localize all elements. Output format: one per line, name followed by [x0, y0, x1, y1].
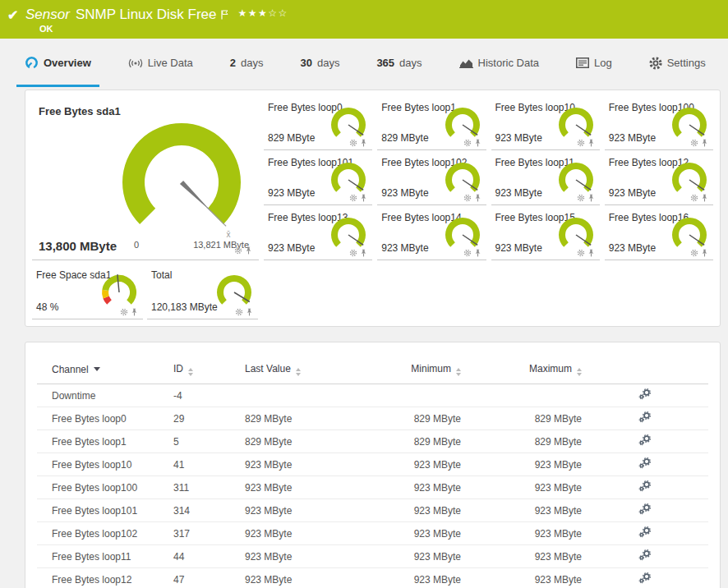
tab-settings[interactable]: Settings: [641, 39, 714, 87]
pin-icon[interactable]: [245, 246, 252, 255]
channel-name[interactable]: Free Bytes loop0: [37, 407, 173, 430]
gauge-tile[interactable]: Free Bytes loop13923 MByte: [264, 207, 372, 260]
edit-channel-icon[interactable]: [638, 503, 652, 515]
maximum-value: 923 MByte: [461, 545, 582, 568]
gauge-tile[interactable]: Free Bytes loop1829 MByte: [377, 97, 486, 150]
channel-actions[interactable]: [582, 384, 708, 407]
gauge-tile[interactable]: Free Bytes loop11923 MByte: [491, 152, 600, 205]
pin-icon[interactable]: [246, 308, 253, 316]
tab-historic-data[interactable]: Historic Data: [451, 39, 547, 87]
channel-actions[interactable]: [582, 476, 708, 499]
channel-actions[interactable]: [582, 453, 708, 476]
channel-actions[interactable]: [582, 545, 708, 568]
edit-channel-icon[interactable]: [638, 411, 652, 423]
pin-icon[interactable]: [474, 249, 481, 257]
column-header-minimum[interactable]: Minimum: [343, 361, 461, 384]
pin-icon[interactable]: [701, 194, 708, 202]
column-header-last-value[interactable]: Last Value: [245, 361, 343, 384]
tab-label: Overview: [44, 57, 91, 69]
gauge-tile[interactable]: Free Bytes loop15923 MByte: [491, 207, 600, 260]
channel-actions[interactable]: [582, 568, 708, 588]
channel-actions[interactable]: [582, 499, 708, 522]
edit-channel-icon[interactable]: [638, 457, 652, 469]
main-gauge-tile[interactable]: Free Bytes sda1 x̄ 13,800 MByte 0 13,821…: [32, 97, 259, 260]
gauge-tile[interactable]: Free Bytes loop100923 MByte: [605, 97, 713, 150]
pin-icon[interactable]: [701, 139, 708, 147]
gear-icon[interactable]: [235, 308, 243, 316]
sort-icon: [577, 368, 582, 376]
channel-name[interactable]: Free Bytes loop102: [37, 522, 173, 545]
tab-overview[interactable]: Overview: [16, 39, 99, 87]
gear-icon[interactable]: [690, 139, 698, 147]
pin-icon[interactable]: [360, 194, 367, 202]
channel-name[interactable]: Free Bytes loop12: [37, 568, 173, 588]
pin-icon[interactable]: [131, 308, 138, 316]
column-header-maximum[interactable]: Maximum: [461, 361, 582, 384]
column-header-id[interactable]: ID: [173, 361, 245, 384]
channel-actions[interactable]: [582, 522, 708, 545]
column-header-channel[interactable]: Channel: [37, 361, 173, 384]
gear-icon[interactable]: [690, 249, 698, 257]
gear-icon[interactable]: [577, 194, 585, 202]
pin-icon[interactable]: [587, 194, 595, 202]
tab-log[interactable]: Log: [568, 39, 620, 87]
gauge-tile[interactable]: Free Bytes loop10923 MByte: [491, 97, 600, 150]
gear-icon[interactable]: [463, 249, 472, 257]
gauge-tile[interactable]: Free Bytes loop12923 MByte: [605, 152, 713, 205]
tab-live-data[interactable]: Live Data: [120, 39, 201, 87]
gear-icon[interactable]: [577, 139, 585, 147]
status-check-icon: ✔: [7, 7, 18, 23]
pin-icon[interactable]: [701, 249, 708, 257]
edit-channel-icon[interactable]: [638, 388, 652, 400]
channel-actions[interactable]: [582, 407, 708, 430]
gauge-tile[interactable]: Free Bytes loop14923 MByte: [377, 207, 486, 260]
gauge-tile[interactable]: Free Bytes loop102923 MByte: [377, 152, 486, 205]
gear-icon[interactable]: [577, 249, 585, 257]
channel-name[interactable]: Free Bytes loop1: [37, 430, 173, 453]
gauge-tile[interactable]: Total120,183 MByte: [147, 264, 258, 319]
edit-channel-icon[interactable]: [638, 526, 652, 538]
edit-channel-icon[interactable]: [638, 572, 652, 584]
maximum-value: 923 MByte: [461, 476, 582, 499]
pin-icon[interactable]: [474, 194, 481, 202]
pin-icon[interactable]: [587, 249, 595, 257]
edit-channel-icon[interactable]: [638, 480, 652, 492]
column-header-actions: [582, 361, 708, 384]
gear-icon[interactable]: [463, 139, 472, 147]
gear-icon[interactable]: [120, 308, 128, 316]
gear-icon[interactable]: [349, 139, 357, 147]
edit-channel-icon[interactable]: [638, 434, 652, 446]
channel-name[interactable]: Free Bytes loop101: [37, 499, 173, 522]
gear-icon[interactable]: [234, 246, 242, 255]
priority-stars[interactable]: ★★★☆☆: [238, 7, 288, 19]
pin-icon[interactable]: [360, 139, 367, 147]
gauge-value: 120,183 MByte: [151, 301, 218, 313]
main-gauge-value: 13,800 MByte: [39, 239, 117, 253]
channels-panel: ChannelIDLast ValueMinimumMaximumDowntim…: [25, 342, 721, 588]
edit-channel-icon[interactable]: [638, 549, 652, 561]
channel-name[interactable]: Free Bytes loop11: [37, 545, 173, 568]
tab-days[interactable]: 365days: [368, 39, 430, 87]
gear-icon[interactable]: [463, 194, 472, 202]
pin-icon[interactable]: [360, 249, 367, 257]
channel-name[interactable]: Free Bytes loop100: [37, 476, 173, 499]
gear-icon[interactable]: [349, 194, 357, 202]
channel-name[interactable]: Downtime: [37, 384, 173, 407]
gear-icon[interactable]: [349, 249, 357, 257]
main-gauge-title: Free Bytes sda1: [39, 105, 121, 117]
tab-days[interactable]: 30days: [292, 39, 348, 87]
sort-desc-icon: [94, 367, 100, 371]
gauge-value: 923 MByte: [381, 187, 428, 199]
gauge-tile[interactable]: Free Space sda148 %: [32, 264, 143, 319]
gear-icon[interactable]: [690, 194, 698, 202]
pin-icon[interactable]: [587, 139, 595, 147]
gauge-tile[interactable]: Free Bytes loop101923 MByte: [264, 152, 372, 205]
channel-name[interactable]: Free Bytes loop10: [37, 453, 173, 476]
pin-icon[interactable]: [474, 139, 481, 147]
priority-flag-icon[interactable]: [221, 7, 228, 24]
tab-days[interactable]: 2days: [222, 39, 272, 87]
channel-actions[interactable]: [582, 430, 708, 453]
gauge-tile[interactable]: Free Bytes loop0829 MByte: [264, 97, 372, 150]
tab-bar: OverviewLive Data2days30days365daysHisto…: [0, 39, 728, 87]
gauge-tile[interactable]: Free Bytes loop16923 MByte: [605, 207, 713, 260]
